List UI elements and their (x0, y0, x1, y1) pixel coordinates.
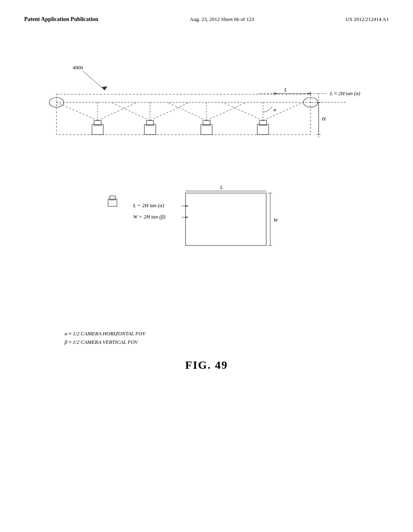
svg-line-19 (167, 102, 206, 121)
annotations: α ≈ 1/2 CAMERA HORIZONTAL FOV β ≈ 1/2 CA… (65, 330, 389, 347)
svg-line-20 (206, 102, 246, 121)
svg-rect-7 (201, 125, 212, 135)
svg-line-21 (223, 102, 263, 121)
header-left-label: Patent Application Publication (24, 16, 98, 23)
svg-text:L: L (220, 184, 223, 190)
svg-marker-35 (275, 93, 278, 94)
svg-marker-34 (307, 93, 310, 94)
svg-rect-5 (144, 125, 156, 135)
annotation-alpha: α ≈ 1/2 CAMERA HORIZONTAL FOV (65, 330, 389, 338)
svg-marker-52 (186, 205, 189, 207)
svg-line-16 (98, 102, 137, 121)
page-header: Patent Application Publication Aug. 23, … (24, 16, 389, 26)
svg-line-17 (111, 102, 150, 121)
svg-text:W = 2H tan (β): W = 2H tan (β) (133, 214, 165, 220)
svg-text:H: H (321, 116, 326, 122)
figure-label: FIG. 49 (24, 359, 389, 372)
svg-text:L ≈ 2H tan (α): L ≈ 2H tan (α) (330, 90, 360, 96)
svg-line-0 (83, 71, 105, 90)
header-center-label: Aug. 23, 2012 Sheet 66 of 123 (190, 16, 254, 23)
annotation-beta: β ≈ 1/2 CAMERA VERTICAL FOV (65, 338, 389, 347)
svg-line-22 (263, 102, 303, 121)
svg-text:W: W (273, 217, 278, 223)
svg-line-18 (150, 102, 190, 121)
svg-text:L: L (284, 87, 287, 93)
header-right-label: US 2012/212414 A1 (346, 16, 389, 23)
page: Patent Application Publication Aug. 23, … (0, 0, 413, 532)
figure-number-label: 4900 (73, 64, 83, 71)
svg-rect-45 (186, 193, 266, 245)
svg-rect-25 (56, 94, 311, 135)
svg-rect-41 (108, 199, 117, 206)
svg-marker-55 (186, 216, 189, 218)
diagram-area: 4900 (24, 50, 389, 372)
svg-text:L = 2H tan (α): L = 2H tan (α) (133, 202, 164, 208)
svg-rect-9 (257, 125, 269, 135)
svg-text:α: α (273, 106, 277, 112)
svg-rect-3 (92, 125, 103, 135)
